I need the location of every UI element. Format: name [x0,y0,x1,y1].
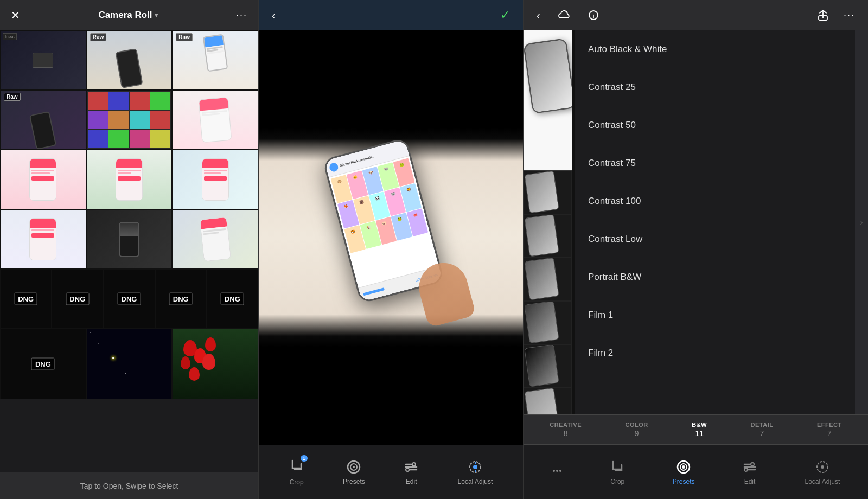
crop-footer-label: Crop [610,478,624,485]
presets-icon [346,459,361,475]
photo-cell[interactable] [0,150,86,209]
preset-name: Contrast 75 [588,158,636,169]
dng-badge: DNG [118,293,141,305]
share-icon [818,9,828,21]
preset-categories: CREATIVE 8 COLOR 9 B&W 11 DETAIL 7 EFFEC… [524,414,868,445]
photo-row: Input Raw [0,30,258,90]
more-options-button[interactable]: ··· [234,8,250,23]
confirm-button[interactable]: ✓ [496,6,514,24]
preset-name: Contrast 100 [588,196,641,207]
crop-count-badge: 1 [301,455,308,462]
list-item[interactable]: Contrast 100 [575,182,855,220]
share-button[interactable] [813,7,833,23]
list-item[interactable]: Contrast 75 [575,144,855,182]
footer-hint-text: Tap to Open, Swipe to Select [80,482,178,490]
edit-header: ‹ ✓ [259,0,523,30]
more-options-button[interactable]: ··· [839,8,859,23]
photo-cell[interactable]: Raw [86,30,173,90]
photo-cell[interactable] [172,209,258,269]
cat-detail-count: 7 [760,429,764,438]
photo-cell[interactable] [0,209,86,269]
preset-name: Contrast 50 [588,120,636,131]
photo-cell[interactable] [172,150,258,209]
photo-cell[interactable] [86,150,173,209]
scroll-hint: › [855,30,868,414]
dng-badge: DNG [169,293,193,305]
photo-cell[interactable]: Raw [172,30,258,90]
photo-cell[interactable] [172,90,258,150]
list-item[interactable]: Film 2 [575,334,855,372]
raw-badge: Raw [90,33,107,41]
preset-thumbnails-list[interactable] [524,30,575,414]
category-color[interactable]: COLOR 9 [621,419,653,440]
presets-header: ‹ i ··· [524,0,868,30]
info-button[interactable]: i [584,8,603,23]
category-detail[interactable]: DETAIL 7 [746,419,778,440]
photo-cell[interactable]: DNG [0,329,86,399]
photo-cell[interactable] [86,209,173,269]
local-adjust-button[interactable]: Local Adjust [451,455,500,490]
dng-badge: DNG [66,293,89,305]
photo-cell[interactable]: DNG [103,269,155,329]
preset-items-list[interactable]: Auto Black & White Contrast 25 Contrast … [575,30,855,414]
crop-footer-button[interactable]: Crop [604,456,630,489]
dots-icon [552,465,563,476]
back-button[interactable]: ‹ [532,7,545,24]
photo-cell[interactable]: DNG [0,269,52,329]
list-item[interactable] [524,302,572,345]
presets-label: Presets [343,478,365,485]
cat-bw-count: 11 [695,429,704,438]
presets-icon [676,459,691,475]
photo-row: DNG DNG DNG DNG DNG [0,269,258,329]
camera-roll-title[interactable]: Camera Roll ▾ [98,10,157,21]
cat-detail-label: DETAIL [751,421,774,428]
list-item[interactable] [524,171,572,215]
edit-tool-button[interactable]: Edit [397,455,425,490]
photo-cell[interactable]: Input [0,30,86,90]
svg-point-2 [353,466,355,468]
cloud-button[interactable] [553,8,575,22]
edit-toolbar: 1 Crop Presets Edit [259,445,523,499]
more-dots-button[interactable] [546,462,568,483]
list-item[interactable] [524,388,572,414]
list-item[interactable] [524,345,572,388]
preset-name: Auto Black & White [588,44,667,55]
info-icon: i [588,10,599,21]
cat-color-count: 9 [635,429,639,438]
list-item[interactable]: Auto Black & White [575,30,855,68]
photo-cell[interactable] [172,329,258,399]
photo-cell[interactable]: Raw [0,90,86,150]
list-item[interactable]: Portrait B&W [575,258,855,296]
category-creative[interactable]: CREATIVE 8 [545,419,586,440]
edit-footer-label: Edit [744,478,756,485]
raw-badge: Raw [176,33,193,41]
photo-cell[interactable]: DNG [52,269,103,329]
crop-tool-button[interactable]: 1 Crop [283,454,311,490]
list-item[interactable] [524,258,572,302]
category-bw[interactable]: B&W 11 [687,419,711,440]
category-effect[interactable]: EFFECT 7 [813,419,846,440]
cat-color-label: COLOR [626,421,648,428]
photo-grid[interactable]: Input Raw [0,30,258,472]
svg-point-25 [744,468,748,471]
list-item[interactable]: Film 1 [575,296,855,334]
list-item[interactable]: Contrast 25 [575,68,855,106]
list-item[interactable]: Contrast Low [575,220,855,258]
presets-tool-button[interactable]: Presets [336,455,372,490]
edit-footer-button[interactable]: Edit [737,456,763,489]
svg-point-15 [553,470,555,472]
edit-icon [404,459,419,475]
local-adjust-footer-button[interactable]: Local Adjust [800,456,846,489]
photo-cell[interactable] [86,90,173,150]
photo-cell[interactable]: DNG [155,269,207,329]
photo-cell[interactable]: DNG [207,269,258,329]
list-item[interactable] [524,215,572,258]
photo-cell[interactable] [86,329,173,399]
preset-name: Film 1 [588,310,613,321]
photo-row: DNG [0,329,258,399]
back-button[interactable]: ‹ [267,7,280,24]
list-item[interactable]: Contrast 50 [575,106,855,144]
presets-footer-button[interactable]: Presets [667,456,700,489]
svg-point-6 [412,463,416,466]
close-button[interactable]: ✕ [9,7,22,24]
